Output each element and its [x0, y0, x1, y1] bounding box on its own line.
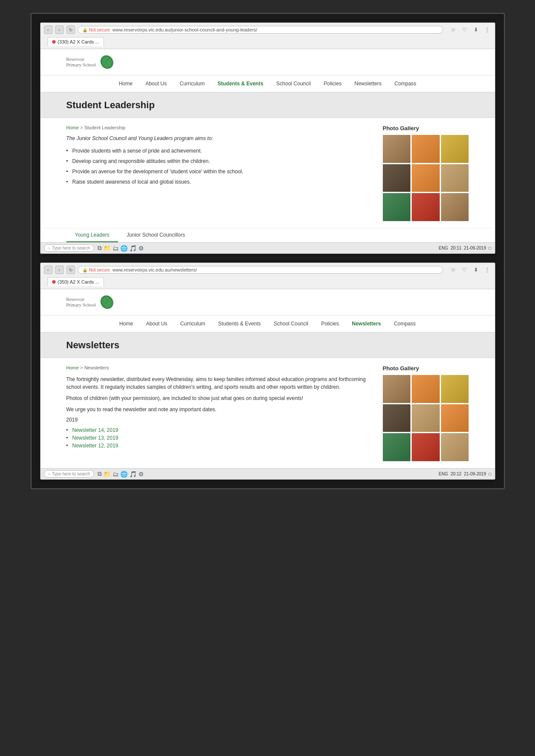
photo-thumb-6[interactable]: [441, 164, 469, 192]
url-text-1: www.reservoirps.vic.edu.au/junior-school…: [113, 27, 257, 32]
browser-tab-2[interactable]: (350) A2 X Cards ...: [47, 277, 104, 286]
taskbar-icon-2-4[interactable]: 🌐: [120, 471, 128, 478]
browser-tab-1[interactable]: (330) A2 X Cards ...: [47, 37, 104, 46]
back-button-2[interactable]: ‹: [44, 266, 53, 274]
taskbar-search-2[interactable]: ○ Type here to search: [44, 470, 94, 478]
taskbar-lang-2: ENG: [439, 472, 448, 476]
photo-thumb-2-1[interactable]: [383, 375, 411, 403]
forward-button-1[interactable]: ›: [55, 25, 64, 34]
taskbar-icon-3[interactable]: 🗂: [113, 245, 119, 252]
taskbar-date-1: 21-09-2019: [464, 246, 486, 250]
school-nav-2: Home About Us Curriculum Students & Even…: [41, 316, 495, 333]
taskbar-icon-2-2[interactable]: 📁: [103, 471, 111, 478]
nav-students-1[interactable]: Students & Events: [218, 79, 263, 88]
nav-about-2[interactable]: About Us: [146, 319, 167, 328]
photo-thumb-2-3[interactable]: [441, 375, 469, 403]
taskbar-desktop-icon-1[interactable]: □: [488, 246, 491, 250]
address-bar-1[interactable]: 🔒 Not secure www.reservoirps.vic.edu.au/…: [78, 26, 443, 34]
tab-young-leaders[interactable]: Young Leaders: [66, 228, 118, 242]
taskbar-icons-1: ⧉ 📁 🗂 🌐 🎵 ⚙: [97, 244, 144, 252]
nav-curriculum-2[interactable]: Curriculum: [180, 319, 205, 328]
taskbar-left-2: ○ Type here to search ⧉ 📁 🗂 🌐 🎵 ⚙: [44, 470, 144, 478]
bullet-item-1-2: Develop caring and responsible attitudes…: [66, 156, 374, 166]
photo-thumb-2-8[interactable]: [412, 433, 440, 461]
breadcrumb-1: Home > Student Leadership: [66, 125, 374, 130]
taskbar-icon-2-5[interactable]: 🎵: [129, 471, 137, 478]
back-button-1[interactable]: ‹: [44, 25, 53, 34]
settings-btn-2[interactable]: ⋮: [483, 266, 491, 274]
refresh-button-1[interactable]: ↻: [66, 25, 75, 34]
download-btn-1[interactable]: ⬇: [472, 25, 480, 34]
settings-btn-1[interactable]: ⋮: [483, 25, 491, 34]
nav-compass-2[interactable]: Compass: [394, 319, 416, 328]
breadcrumb-current-1: Student Leadership: [84, 125, 125, 130]
nav-council-1[interactable]: School Council: [276, 79, 311, 88]
heart-btn-1[interactable]: ♡: [460, 25, 469, 34]
bookmark-btn-1[interactable]: ☆: [449, 25, 458, 34]
photo-thumb-3[interactable]: [441, 135, 469, 163]
nav-students-2[interactable]: Students & Events: [218, 319, 261, 328]
address-bar-2[interactable]: 🔒 Not secure www.reservoirps.vic.edu.au/…: [78, 266, 443, 274]
logo-text-1: Reservoir Primary School: [66, 56, 96, 68]
browser-actions-2: ☆ ♡ ⬇ ⋮: [449, 266, 491, 274]
newsletter-link-2[interactable]: Newsletter 13, 2019: [66, 434, 374, 442]
taskbar-desktop-icon-2[interactable]: □: [488, 472, 491, 476]
taskbar-icon-2[interactable]: 📁: [103, 245, 111, 252]
photo-thumb-2-2[interactable]: [412, 375, 440, 403]
taskbar-search-1[interactable]: ○ Type here to search: [44, 244, 94, 252]
tab-junior-councillors[interactable]: Junior School Councillors: [118, 228, 194, 242]
download-btn-2[interactable]: ⬇: [472, 266, 480, 274]
nav-curriculum-1[interactable]: Curriculum: [180, 79, 205, 88]
newsletter-link-3[interactable]: Newsletter 12, 2019: [66, 442, 374, 450]
newsletter-desc-1: The fortnightly newsletter, distributed …: [66, 375, 374, 391]
newsletter-links-list: Newsletter 14, 2019 Newsletter 13, 2019 …: [66, 426, 374, 450]
newsletter-desc-3: We urge you to read the newsletter and n…: [66, 406, 374, 413]
taskbar-icon-6[interactable]: ⚙: [138, 245, 144, 252]
photo-thumb-4[interactable]: [383, 164, 411, 192]
breadcrumb-home-2[interactable]: Home: [66, 365, 79, 370]
browser-chrome-2: ‹ › ↻ 🔒 Not secure www.reservoirps.vic.e…: [41, 263, 495, 289]
bullet-item-1-3: Provide an avenue for the development of…: [66, 166, 374, 177]
photo-thumb-2-4[interactable]: [383, 404, 411, 432]
taskbar-icon-2-3[interactable]: 🗂: [113, 471, 119, 478]
taskbar-icon-2-1[interactable]: ⧉: [97, 470, 102, 478]
nav-items-2: Home About Us Curriculum Students & Even…: [119, 319, 416, 328]
newsletter-link-1[interactable]: Newsletter 14, 2019: [66, 426, 374, 434]
taskbar-icon-5[interactable]: 🎵: [129, 245, 137, 252]
intro-text-1: The Junior School Council and Young Lead…: [66, 135, 374, 141]
not-secure-2: Not secure: [89, 268, 110, 272]
nav-newsletters-1[interactable]: Newsletters: [354, 79, 382, 88]
nav-newsletters-2[interactable]: Newsletters: [352, 319, 381, 328]
photo-thumb-2-9[interactable]: [441, 433, 469, 461]
photo-thumb-2-7[interactable]: [383, 433, 411, 461]
nav-home-2[interactable]: Home: [119, 319, 133, 328]
nav-compass-1[interactable]: Compass: [394, 79, 416, 88]
taskbar-lang-1: ENG: [439, 246, 448, 250]
photo-thumb-8[interactable]: [412, 193, 440, 221]
taskbar-right-2: ENG 20:12 21-09-2019 □: [439, 472, 491, 476]
photo-thumb-2-5[interactable]: [412, 404, 440, 432]
photo-thumb-2-6[interactable]: [441, 404, 469, 432]
taskbar-icon-2-6[interactable]: ⚙: [138, 471, 144, 478]
nav-council-2[interactable]: School Council: [274, 319, 308, 328]
refresh-button-2[interactable]: ↻: [66, 266, 75, 274]
newsletter-desc-2: Photos of children (with your permission…: [66, 394, 374, 402]
page-title-1: Student Leadership: [66, 100, 469, 111]
breadcrumb-home-1[interactable]: Home: [66, 125, 79, 130]
nav-about-1[interactable]: About Us: [145, 79, 166, 88]
taskbar-icon-4[interactable]: 🌐: [120, 245, 128, 252]
content-sidebar-1: Photo Gallery: [383, 125, 469, 221]
taskbar-icon-1[interactable]: ⧉: [97, 244, 102, 252]
heart-btn-2[interactable]: ♡: [460, 266, 469, 274]
photo-thumb-2[interactable]: [412, 135, 440, 163]
nav-policies-2[interactable]: Policies: [321, 319, 339, 328]
photo-thumb-9[interactable]: [441, 193, 469, 221]
nav-home-1[interactable]: Home: [119, 79, 132, 88]
bookmark-btn-2[interactable]: ☆: [449, 266, 458, 274]
photo-thumb-7[interactable]: [383, 193, 411, 221]
photo-thumb-1[interactable]: [383, 135, 411, 163]
photo-thumb-5[interactable]: [412, 164, 440, 192]
taskbar-time-2: 20:12: [451, 472, 461, 476]
nav-policies-1[interactable]: Policies: [324, 79, 341, 88]
forward-button-2[interactable]: ›: [55, 266, 64, 274]
